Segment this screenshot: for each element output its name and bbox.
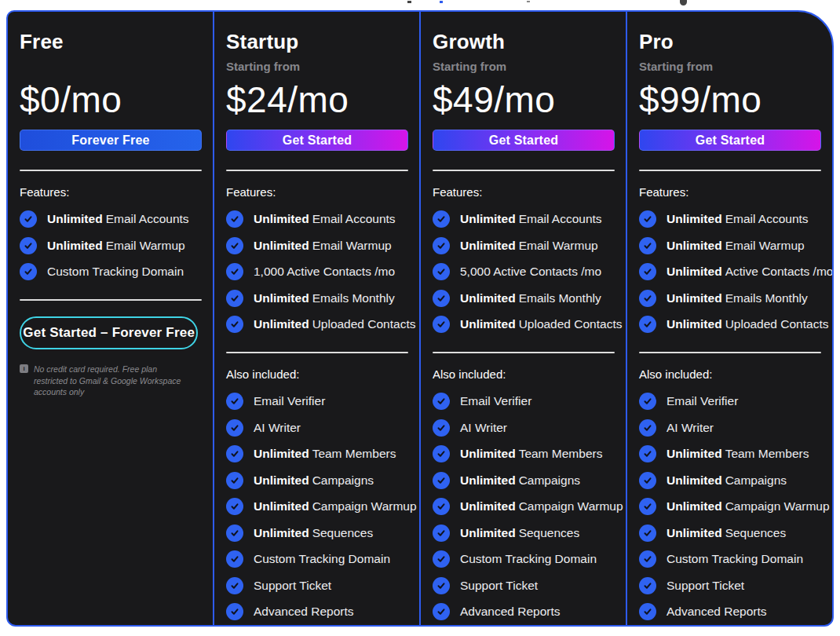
- check-icon: [639, 445, 656, 462]
- feature-label-text: Campaigns: [519, 473, 580, 487]
- feature-row: UnlimitedUploaded Contacts: [639, 316, 821, 333]
- disclaimer-text: No credit card required. Free plan restr…: [34, 364, 188, 398]
- feature-label-text: Advanced Reports: [460, 605, 561, 618]
- features-list: UnlimitedEmail Accounts UnlimitedEmail W…: [433, 210, 615, 333]
- feature-row: UnlimitedEmails Monthly: [433, 290, 615, 307]
- feature-label: Advanced Reports: [667, 604, 767, 620]
- check-icon: [433, 290, 450, 307]
- feature-label: UnlimitedCampaigns: [667, 473, 787, 488]
- plan-subtitle: [20, 59, 202, 75]
- check-icon: [226, 603, 243, 620]
- feature-label-bold: Unlimited: [254, 473, 309, 487]
- check-icon: [433, 445, 450, 462]
- feature-label-text: Email Verifier: [667, 394, 738, 408]
- feature-label: UnlimitedTeam Members: [460, 446, 602, 462]
- primary-cta-button[interactable]: Get Started: [226, 130, 408, 151]
- feature-row: UnlimitedSequences: [433, 525, 615, 542]
- check-icon: [433, 498, 450, 515]
- check-icon: [226, 290, 243, 307]
- feature-label-bold: Unlimited: [254, 317, 309, 331]
- feature-label: UnlimitedEmail Accounts: [667, 211, 809, 227]
- feature-label: AI Writer: [254, 420, 301, 436]
- check-icon: [226, 263, 243, 280]
- primary-cta-button[interactable]: Forever Free: [20, 130, 202, 151]
- also-section: Also included: Email Verifier AI Writer …: [226, 352, 408, 620]
- feature-label: Email Verifier: [460, 393, 531, 409]
- feature-label: UnlimitedCampaigns: [254, 473, 374, 488]
- feature-label-text: Support Ticket: [254, 579, 331, 592]
- feature-label-text: Email Accounts: [312, 212, 396, 225]
- check-icon: [226, 393, 243, 410]
- feature-label: UnlimitedCampaign Warmup: [667, 499, 830, 514]
- feature-label-bold: Unlimited: [254, 291, 309, 305]
- feature-label: Support Ticket: [667, 578, 744, 594]
- feature-row: Custom Tracking Domain: [433, 550, 615, 568]
- feature-row: Support Ticket: [639, 577, 821, 594]
- feature-row: Custom Tracking Domain: [639, 550, 821, 568]
- feature-label-bold: Unlimited: [254, 526, 309, 539]
- feature-row: Custom Tracking Domain: [226, 550, 408, 568]
- features-heading: Features:: [226, 185, 408, 199]
- check-icon: [639, 316, 656, 333]
- check-icon: [639, 237, 656, 254]
- feature-label-bold: Unlimited: [47, 212, 103, 225]
- feature-row: UnlimitedTeam Members: [226, 445, 408, 462]
- primary-cta-button[interactable]: Get Started: [639, 130, 821, 151]
- divider: [639, 170, 821, 171]
- feature-label-bold: Unlimited: [667, 473, 722, 487]
- feature-label-bold: Unlimited: [667, 499, 722, 513]
- also-included-list: Email Verifier AI Writer UnlimitedTeam M…: [433, 393, 615, 620]
- plan-subtitle: Starting from: [433, 59, 615, 75]
- check-icon: [639, 577, 656, 594]
- feature-row: Advanced Reports: [639, 603, 821, 620]
- feature-row: AI Writer: [639, 419, 821, 437]
- divider: [226, 352, 408, 353]
- feature-row: UnlimitedTeam Members: [433, 445, 615, 462]
- feature-label-bold: Unlimited: [254, 499, 309, 513]
- feature-label-bold: Unlimited: [254, 239, 309, 252]
- check-icon: [433, 603, 450, 620]
- feature-row: Support Ticket: [226, 577, 408, 594]
- cropped-text-remnant: [440, 1, 443, 3]
- feature-label: UnlimitedEmail Warmup: [254, 238, 392, 254]
- feature-label-text: Campaign Warmup: [312, 499, 417, 513]
- feature-row: UnlimitedSequences: [226, 525, 408, 542]
- pricing-card: Free $0/mo Forever Free Features: Unlimi…: [6, 10, 834, 627]
- feature-label: Custom Tracking Domain: [47, 264, 184, 280]
- feature-label-text: Sequences: [519, 526, 580, 539]
- feature-label-bold: Unlimited: [667, 265, 722, 278]
- feature-row: Email Verifier: [433, 393, 615, 410]
- feature-label-bold: Unlimited: [460, 291, 516, 305]
- plan-subtitle: Starting from: [226, 59, 408, 75]
- check-icon: [639, 210, 656, 228]
- feature-label-bold: Unlimited: [667, 239, 722, 252]
- check-icon: [433, 210, 450, 228]
- feature-label-text: Email Verifier: [254, 394, 325, 408]
- divider: [639, 352, 821, 353]
- divider: [20, 170, 202, 171]
- feature-label: UnlimitedEmails Monthly: [254, 291, 395, 306]
- check-icon: [639, 472, 656, 489]
- feature-row: Advanced Reports: [433, 603, 615, 620]
- plan-subtitle: Starting from: [639, 59, 821, 75]
- feature-label-text: Team Members: [725, 447, 809, 460]
- check-icon: [433, 237, 450, 254]
- feature-label-bold: Unlimited: [667, 526, 722, 539]
- divider: [20, 299, 202, 301]
- primary-cta-button[interactable]: Get Started: [433, 130, 615, 151]
- secondary-cta-button[interactable]: Get Started – Forever Free: [20, 316, 198, 349]
- feature-label: UnlimitedEmail Warmup: [667, 238, 805, 254]
- feature-row: Support Ticket: [433, 577, 615, 594]
- check-icon: [433, 393, 450, 410]
- features-list: UnlimitedEmail Accounts UnlimitedEmail W…: [226, 210, 408, 333]
- feature-label-bold: Unlimited: [460, 526, 516, 539]
- check-icon: [639, 525, 656, 542]
- check-icon: [639, 603, 656, 620]
- plan-price: $24/mo: [226, 79, 408, 120]
- feature-row: Advanced Reports: [226, 603, 408, 620]
- feature-label-text: Active Contacts /mo: [725, 265, 834, 278]
- feature-label: UnlimitedEmail Accounts: [460, 211, 602, 227]
- feature-label: Support Ticket: [460, 578, 538, 594]
- feature-label: UnlimitedEmails Monthly: [667, 291, 808, 306]
- check-icon: [226, 316, 243, 333]
